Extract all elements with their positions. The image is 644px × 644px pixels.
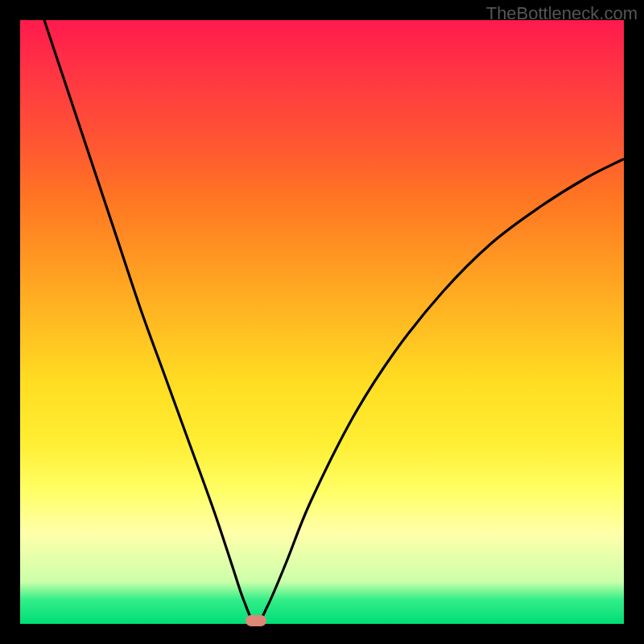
watermark-text: TheBottleneck.com [486, 3, 638, 24]
chart-container: TheBottleneck.com [0, 0, 644, 644]
bottleneck-curve-line [44, 20, 624, 624]
plot-area [20, 20, 624, 624]
curve-svg [20, 20, 624, 624]
optimum-marker [246, 615, 266, 626]
